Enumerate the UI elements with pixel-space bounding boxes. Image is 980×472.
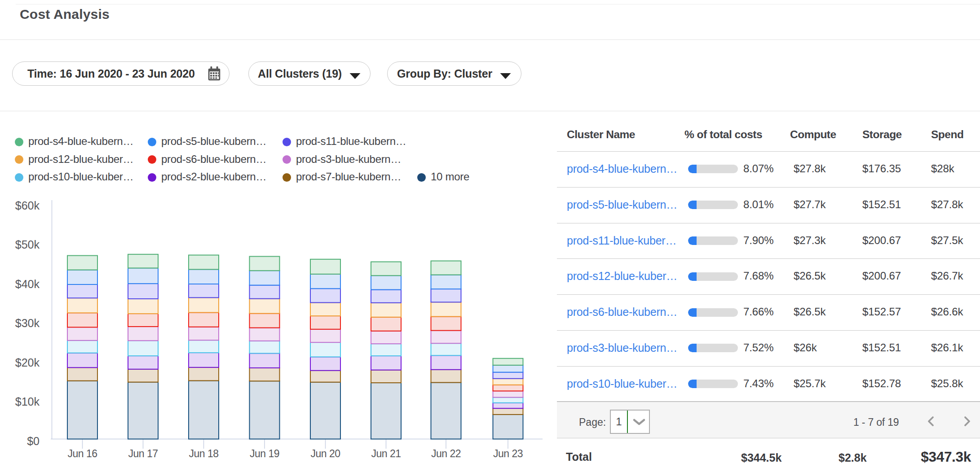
svg-text:$0: $0 xyxy=(27,435,40,447)
svg-text:$40k: $40k xyxy=(15,278,40,290)
svg-text:Jun 22: Jun 22 xyxy=(431,448,461,459)
svg-text:Jun 16: Jun 16 xyxy=(67,448,97,459)
svg-text:$60k: $60k xyxy=(15,199,40,212)
svg-text:Jun 21: Jun 21 xyxy=(371,448,401,459)
svg-text:Jun 23: Jun 23 xyxy=(493,448,523,459)
svg-text:$30k: $30k xyxy=(15,317,40,329)
svg-text:Jun 19: Jun 19 xyxy=(250,448,279,459)
svg-text:Jun 20: Jun 20 xyxy=(310,448,340,459)
svg-text:Jun 18: Jun 18 xyxy=(189,448,218,459)
svg-text:$20k: $20k xyxy=(15,356,40,369)
svg-text:$50k: $50k xyxy=(15,238,40,251)
svg-text:$10k: $10k xyxy=(15,395,40,408)
svg-text:Jun 17: Jun 17 xyxy=(128,448,158,459)
